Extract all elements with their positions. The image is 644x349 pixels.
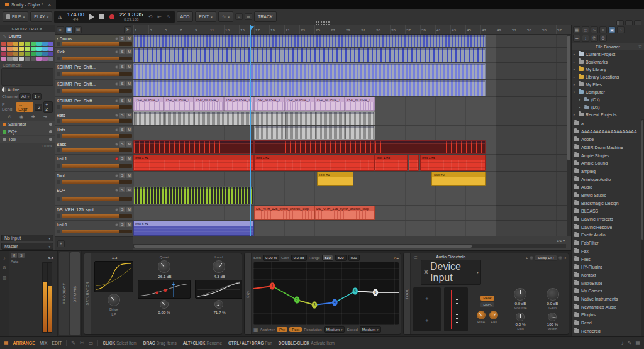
tab-drums[interactable]: DRUMS <box>70 252 80 335</box>
browser-tree-item[interactable]: ▸Current Project <box>572 50 644 58</box>
color-swatch[interactable] <box>48 52 53 56</box>
clip[interactable]: Inst 6 #1 <box>133 221 254 236</box>
analyzer-post-button[interactable]: Post <box>289 327 302 332</box>
device-enable-toggle[interactable] <box>49 138 52 141</box>
color-swatch[interactable] <box>48 57 53 61</box>
track-button[interactable]: TRACK <box>254 11 277 22</box>
plugins-tab-icon[interactable]: ⌗ <box>599 26 607 33</box>
browser-file-item[interactable]: Native Instruments <box>572 295 644 303</box>
settings-icon[interactable]: ⚙ <box>599 35 607 42</box>
clip[interactable]: TSP_NOISIA_1 <box>133 97 164 111</box>
eq-curve-display[interactable]: 123456 <box>253 262 399 325</box>
color-swatch[interactable] <box>19 47 24 51</box>
clip[interactable]: TSP_NOISIA_1 <box>224 97 254 111</box>
track-io-icon[interactable] <box>57 148 60 152</box>
track-row[interactable]: DS_VRH_125_synt...SM <box>55 206 133 220</box>
expand-icon[interactable]: ▸ <box>574 60 577 64</box>
browser-file-item[interactable]: Rend <box>572 319 644 327</box>
speed-select[interactable]: Medium▾ <box>360 326 381 333</box>
add-button[interactable]: ADD <box>177 11 194 22</box>
note-icon[interactable]: ♪ <box>3 256 6 260</box>
browser-file-item[interactable]: Antelope Audio <box>572 175 644 184</box>
track-io-icon[interactable] <box>57 57 60 60</box>
arranger-track-lane[interactable] <box>133 80 571 96</box>
volume-knob[interactable] <box>514 288 526 301</box>
mute-button[interactable]: M <box>126 222 132 227</box>
browser-file-item[interactable]: Rendered <box>572 327 644 335</box>
punch-in-icon[interactable]: ⇤ <box>157 14 162 19</box>
arranger-hscrollbar[interactable] <box>133 244 566 248</box>
browser-tree-item[interactable]: ▸(D:\) <box>572 103 644 111</box>
expand-icon[interactable]: ▸ <box>574 53 577 56</box>
play-button[interactable] <box>89 14 94 20</box>
clip[interactable]: Inst 1 #1 <box>133 155 254 171</box>
mute-button[interactable]: M <box>126 207 132 212</box>
arranger-track-lane[interactable]: DS_VRH_125_synth_chords_loopDS_VRH_125_s… <box>133 206 571 220</box>
pointer-tool-icon[interactable]: ➤ <box>124 26 131 33</box>
color-swatch[interactable] <box>25 47 30 51</box>
mute-button[interactable]: M <box>11 253 17 258</box>
track-volume-fader[interactable] <box>62 164 132 168</box>
color-swatch[interactable] <box>19 42 24 46</box>
device-enable-toggle[interactable] <box>49 123 52 126</box>
solo-button[interactable]: S <box>119 207 125 212</box>
solo-button[interactable]: S <box>119 113 125 118</box>
track-volume-fader[interactable] <box>62 230 132 233</box>
tool-xy-pads[interactable]: ++ <box>413 287 441 331</box>
mute-button[interactable]: M <box>126 187 132 192</box>
color-swatch[interactable] <box>7 57 12 61</box>
clip[interactable]: Inst 1 #3 <box>375 155 408 171</box>
clip[interactable]: DS_VRH_125_synth_chords_loop <box>254 206 314 220</box>
clip[interactable] <box>254 140 375 154</box>
clip[interactable]: Inst 1 #5 <box>420 155 486 171</box>
expand-icon[interactable]: ▸ <box>574 113 577 116</box>
device-tool[interactable]: TOOL ⊂ Audio Sidechain ×Device Input▾ L <box>403 253 569 335</box>
color-swatch[interactable] <box>31 42 36 46</box>
active-row[interactable]: Active <box>0 87 55 92</box>
browser-tree-item[interactable]: ▸Bookmarks <box>572 58 644 65</box>
expand-icon[interactable]: ▾ <box>574 91 577 94</box>
drive-knob[interactable] <box>108 294 120 306</box>
arranger-track-lane[interactable]: Tool #1Tool #2 <box>133 172 571 186</box>
device-eq-plus[interactable]: EQ+ Shift 0.00 st Gain 0.0 dB Range ±10 … <box>244 253 401 335</box>
stop-button[interactable] <box>99 14 104 19</box>
compact-view-icon[interactable]: ▤ <box>74 26 82 33</box>
mute-button[interactable]: M <box>126 127 132 132</box>
quiet-knob[interactable] <box>158 260 170 273</box>
arranger-track-lane[interactable]: Inst 1 #1Inst 1 #2Inst 1 #3Inst 1 #5 <box>133 155 571 171</box>
color-swatch[interactable] <box>36 47 42 51</box>
track-row[interactable]: Inst 6SM <box>55 221 133 236</box>
track-io-icon[interactable] <box>57 197 60 201</box>
device-enable-toggle[interactable] <box>49 130 52 133</box>
pbend-mode-select[interactable]: → Expr <box>16 102 33 112</box>
arranger-track-lane[interactable] <box>133 186 571 205</box>
color-swatch[interactable] <box>19 52 24 56</box>
arm-button[interactable] <box>115 189 118 192</box>
browser-file-item[interactable]: Adobe <box>572 135 644 143</box>
record-button[interactable] <box>109 14 114 19</box>
presets-tab-icon[interactable]: ◫ <box>582 26 589 33</box>
mixer-icon[interactable]: ▥ <box>3 275 7 280</box>
color-swatch[interactable] <box>1 52 6 56</box>
zoom-level[interactable]: 1/1 ▾ <box>557 238 565 243</box>
color-swatch[interactable] <box>1 42 6 46</box>
pan-knob[interactable] <box>516 313 525 321</box>
arm-button[interactable] <box>115 128 118 131</box>
solo-button[interactable]: S <box>119 49 125 54</box>
mute-button[interactable]: M <box>126 141 132 147</box>
history-tab-icon[interactable]: ◔ <box>617 26 625 33</box>
clip[interactable] <box>133 140 254 154</box>
playhead[interactable] <box>250 25 251 236</box>
clip[interactable]: TSP_NOISIA_1 <box>345 97 375 111</box>
routing-icon[interactable]: ⇥ <box>43 114 47 119</box>
solo-button[interactable]: S <box>119 222 125 227</box>
browser-file-item[interactable]: Ample Sound <box>572 159 644 167</box>
fall-knob[interactable] <box>489 311 498 319</box>
track-row[interactable]: ▾DrumsSM <box>55 35 133 47</box>
mute-button[interactable]: M <box>126 156 132 161</box>
color-swatch[interactable] <box>36 57 42 61</box>
solo-button[interactable]: S <box>119 187 125 192</box>
solo-button[interactable]: S <box>18 253 25 258</box>
color-swatch[interactable] <box>7 52 12 56</box>
color-swatch[interactable] <box>25 52 30 56</box>
